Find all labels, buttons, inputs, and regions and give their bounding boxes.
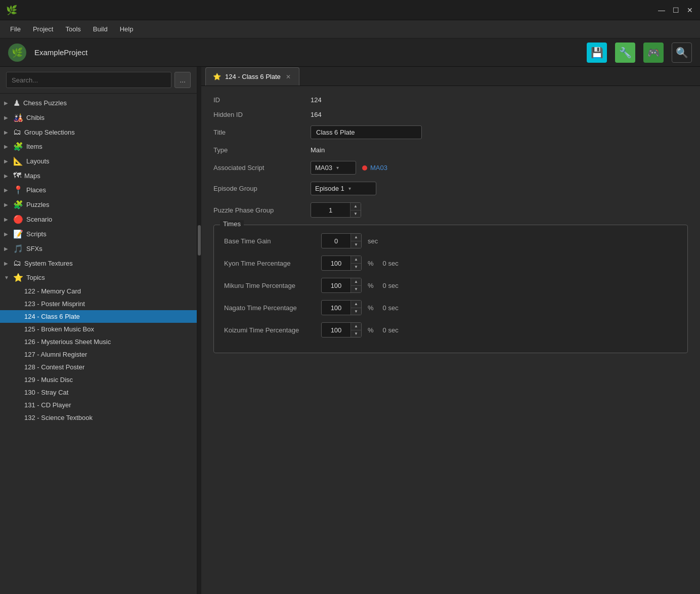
tree-item-topic-129[interactable]: 129 - Music Disc: [0, 373, 197, 386]
topic-130-label: 130 - Stray Cat: [24, 389, 68, 396]
field-row-title: Title: [213, 125, 688, 139]
group-selections-label: Group Selections: [24, 129, 75, 136]
search-input[interactable]: [6, 72, 171, 88]
nagato-result: 0 sec: [383, 304, 399, 312]
tab-close-button[interactable]: ✕: [285, 72, 292, 81]
koizumi-increment[interactable]: ▲: [351, 323, 361, 330]
tree-item-topic-128[interactable]: 128 - Contest Poster: [0, 361, 197, 373]
system-textures-expand-icon: ▶: [4, 261, 10, 266]
items-expand-icon: ▶: [4, 144, 10, 149]
chess-puzzles-icon: ♟: [13, 98, 20, 108]
tab-124-class6plate[interactable]: ⭐ 124 - Class 6 Plate ✕: [205, 67, 299, 86]
close-button[interactable]: ✕: [686, 6, 694, 14]
titlebar-controls: — ☐ ✕: [658, 6, 694, 14]
topic-127-label: 127 - Alumni Register: [24, 351, 87, 358]
global-search-button[interactable]: 🔍: [672, 43, 692, 63]
kyon-increment[interactable]: ▲: [351, 256, 361, 263]
tree: ▶♟Chess Puzzles▶🎎Chibis▶🗂Group Selection…: [0, 94, 197, 594]
field-row-kyon-time: Kyon Time Percentage ▲ ▼ % 0 sec: [224, 256, 677, 271]
base-time-decrement[interactable]: ▼: [351, 241, 361, 248]
associated-script-link-label: MA03: [370, 164, 387, 172]
sidebar-scrollbar-thumb[interactable]: [198, 225, 201, 256]
group-selections-expand-icon: ▶: [4, 130, 10, 135]
sfxs-expand-icon: ▶: [4, 246, 10, 251]
editor-panel: ID 124 Hidden ID 164 Title Type Main Ass…: [201, 86, 700, 594]
koizumi-unit: %: [368, 326, 374, 334]
tree-item-chibis[interactable]: ▶🎎Chibis: [0, 110, 197, 125]
mikuru-increment[interactable]: ▲: [351, 278, 361, 285]
export-button[interactable]: 🎮: [643, 43, 664, 63]
puzzle-phase-spinner-buttons: ▲ ▼: [350, 203, 361, 217]
nagato-decrement[interactable]: ▼: [351, 308, 361, 315]
menu-build[interactable]: Build: [87, 23, 114, 35]
associated-script-label: Associated Script: [213, 164, 304, 172]
associated-script-link[interactable]: MA03: [362, 164, 387, 172]
tree-item-topic-131[interactable]: 131 - CD Player: [0, 399, 197, 411]
tree-item-topic-124[interactable]: 124 - Class 6 Plate: [0, 310, 197, 323]
tree-item-scripts[interactable]: ▶📝Scripts: [0, 227, 197, 241]
tree-item-system-textures[interactable]: ▶🗂System Textures: [0, 256, 197, 270]
menu-tools[interactable]: Tools: [59, 23, 86, 35]
episode-group-dropdown[interactable]: Episode 1 ▾: [311, 182, 376, 195]
tree-item-layouts[interactable]: ▶📐Layouts: [0, 154, 197, 168]
base-time-gain-input[interactable]: [322, 235, 351, 247]
tree-item-topics[interactable]: ▼⭐Topics: [0, 270, 197, 285]
puzzle-phase-increment[interactable]: ▲: [351, 203, 361, 210]
mikuru-time-input[interactable]: [322, 280, 351, 291]
tree-item-chess-puzzles[interactable]: ▶♟Chess Puzzles: [0, 96, 197, 110]
field-row-type: Type Main: [213, 146, 688, 154]
associated-script-dropdown[interactable]: MA03 ▾: [311, 161, 356, 175]
mikuru-decrement[interactable]: ▼: [351, 285, 361, 292]
save-button[interactable]: 💾: [587, 43, 607, 63]
tree-item-topic-127[interactable]: 127 - Alumni Register: [0, 348, 197, 361]
times-group: Times Base Time Gain ▲ ▼ sec Kyon: [213, 225, 688, 353]
nagato-increment[interactable]: ▲: [351, 301, 361, 308]
tree-item-items[interactable]: ▶🧩Items: [0, 139, 197, 154]
tree-item-topic-125[interactable]: 125 - Broken Music Box: [0, 323, 197, 335]
menu-project[interactable]: Project: [27, 23, 59, 35]
chess-puzzles-label: Chess Puzzles: [23, 99, 67, 107]
places-expand-icon: ▶: [4, 187, 10, 193]
title-input[interactable]: [311, 125, 422, 139]
tree-item-topic-122[interactable]: 122 - Memory Card: [0, 285, 197, 298]
project-name: ExampleProject: [34, 48, 302, 57]
nagato-time-input[interactable]: [322, 302, 351, 314]
puzzle-phase-group-label: Puzzle Phase Group: [213, 206, 304, 214]
maximize-button[interactable]: ☐: [672, 6, 680, 14]
tree-item-puzzles[interactable]: ▶🧩Puzzles: [0, 197, 197, 212]
tree-item-topic-132[interactable]: 132 - Science Textbook: [0, 411, 197, 424]
kyon-time-input[interactable]: [322, 258, 351, 269]
koizumi-time-input[interactable]: [322, 324, 351, 336]
tree-item-topic-123[interactable]: 123 - Poster Misprint: [0, 298, 197, 310]
tree-item-places[interactable]: ▶📍Places: [0, 183, 197, 197]
episode-group-label: Episode Group: [213, 185, 304, 192]
script-status-dot: [362, 165, 367, 171]
sidebar-scrollbar[interactable]: [197, 67, 201, 594]
build-button[interactable]: 🔧: [615, 43, 635, 63]
tree-item-sfxs[interactable]: ▶🎵SFXs: [0, 241, 197, 256]
base-time-gain-spinner: ▲ ▼: [321, 233, 362, 248]
menu-file[interactable]: File: [4, 23, 27, 35]
chevron-down-icon: ▾: [336, 165, 339, 171]
minimize-button[interactable]: —: [658, 6, 666, 14]
search-more-button[interactable]: ...: [174, 72, 191, 88]
tree-item-group-selections[interactable]: ▶🗂Group Selections: [0, 125, 197, 139]
base-time-spinner-buttons: ▲ ▼: [351, 234, 361, 248]
puzzle-phase-decrement[interactable]: ▼: [351, 210, 361, 217]
main-layout: ... ▶♟Chess Puzzles▶🎎Chibis▶🗂Group Selec…: [0, 67, 700, 594]
tree-item-scenario[interactable]: ▶🔴Scenario: [0, 212, 197, 227]
times-legend: Times: [220, 220, 244, 228]
base-time-increment[interactable]: ▲: [351, 234, 361, 241]
menu-help[interactable]: Help: [114, 23, 140, 35]
kyon-decrement[interactable]: ▼: [351, 263, 361, 270]
tree-item-maps[interactable]: ▶🗺Maps: [0, 168, 197, 183]
items-icon: 🧩: [13, 142, 23, 151]
tree-item-topic-130[interactable]: 130 - Stray Cat: [0, 386, 197, 399]
puzzle-phase-group-input[interactable]: [311, 204, 350, 216]
scenario-expand-icon: ▶: [4, 217, 10, 222]
tree-item-topic-126[interactable]: 126 - Mysterious Sheet Music: [0, 335, 197, 348]
koizumi-decrement[interactable]: ▼: [351, 330, 361, 337]
places-label: Places: [26, 186, 46, 194]
project-logo: 🌿: [8, 44, 26, 62]
topic-131-label: 131 - CD Player: [24, 401, 71, 409]
